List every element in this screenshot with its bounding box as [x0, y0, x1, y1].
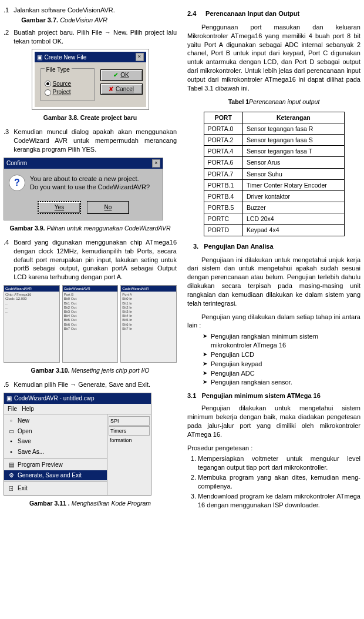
caption-3-9: Gambar 3.9. Pilihan untuk menggunakan Co… [4, 224, 177, 232]
menu-item-preview[interactable]: ▤ Program Preview [4, 460, 107, 470]
step-num: .4 [4, 238, 9, 282]
thumb-chip: CodeWizardAVR Chip: ATmega16Clock: 12.00… [4, 285, 60, 363]
table-row: PORTB.1Timer Conter Rotary Encoder [204, 179, 344, 190]
procedure-list: Mempersiapkan voltmeter untuk mengukur l… [187, 454, 360, 509]
caption-italic: Perencanaan input output [249, 98, 319, 105]
menu-item-save[interactable]: ▪ Save [4, 436, 107, 447]
triangle-icon: ➤ [203, 332, 207, 350]
button-label: No [105, 203, 112, 212]
ok-button[interactable]: ✔ OK [100, 69, 143, 81]
check-icon: ✔ [113, 71, 118, 79]
para-2-4: Penggunaan port masukan dan keluaran Mik… [187, 23, 360, 93]
menu-item-save-as[interactable]: ▪ Save As... [4, 447, 107, 457]
step-2: .2 Buatlah project baru. Pilih File → Ne… [4, 28, 177, 46]
button-label: Yes [55, 203, 64, 212]
list-text: Pengujian LCD [211, 350, 254, 359]
caption-italic: Pilihan untuk menggunakan CodeWizardAVR [46, 225, 170, 232]
list-text: Pengujian keypad [211, 360, 262, 369]
menu-item-exit[interactable]: ⍈ Exit [4, 483, 107, 494]
caption-text: Gambar 3.8. Create project baru [43, 114, 137, 121]
table-row: PORTA.0Sensor tegangan fasa R [204, 123, 344, 134]
step-1: .1 Jalankan software CodeVisionAVR. Gamb… [4, 6, 177, 25]
table-row: PORTB.4Driver kontaktor [204, 190, 344, 202]
list-text: Pengujian rangkaian minimum sistem mikro… [211, 332, 360, 350]
table-row: PORTDKeypad 4x4 [204, 225, 344, 236]
menu-label: Program Preview [18, 461, 63, 469]
question-icon: ? [9, 175, 25, 191]
caption-3-11: Gambar 3.11 . Menghasilkan Kode Program [4, 499, 177, 507]
thumb-ports-b: CodeWizardAVR Port BBit0 OutBit1 OutBit2… [62, 285, 119, 363]
side-item: SPI [109, 416, 150, 426]
radio-source[interactable]: Source [45, 80, 90, 88]
list-item: ➤Pengujian keypad [203, 360, 360, 369]
caption-3-10: Gambar 3.10. Menseting jenis chip port I… [4, 366, 177, 374]
menu-item-open[interactable]: ▭ Open [4, 426, 107, 437]
radio-project[interactable]: Project [45, 88, 90, 96]
caption-italic: Menghasilkan Kode Program [72, 500, 151, 507]
exit-icon: ⍈ [8, 485, 15, 492]
menu-item-new[interactable]: ▫ New [4, 416, 107, 426]
step-text: Board yang digunakan menggunakan chip AT… [14, 238, 177, 282]
triangle-icon: ➤ [203, 378, 207, 387]
step-num: .5 [4, 380, 9, 389]
step-text: Kemudian muncul dialog apakah akan mengg… [14, 128, 177, 154]
side-item: Timers [109, 426, 150, 436]
caption-bold: Gambar 3.7. [21, 16, 58, 24]
button-label: Cancel [116, 85, 134, 93]
heading-2-4: 2.4 Perencanaan Input dan Output [187, 9, 360, 18]
heading-3-1: 3.1 Pengujian minimum sistem ATMega 16 [187, 392, 360, 400]
heading-num: 3.1 [187, 392, 196, 399]
menu-file[interactable]: File [8, 405, 17, 413]
step-3: .3 Kemudian muncul dialog apakah akan me… [4, 128, 177, 154]
table-cell: LCD 20x4 [243, 213, 344, 225]
table-cell: Sensor tegangan fasa S [243, 135, 344, 146]
gear-icon: ⚙ [8, 471, 15, 479]
table-cell: Driver kontaktor [243, 190, 344, 202]
cross-icon: ✘ [109, 85, 113, 93]
yes-button[interactable]: Yes [38, 201, 81, 214]
cancel-button[interactable]: ✘ Cancel [100, 83, 143, 95]
close-icon[interactable]: × [152, 159, 160, 168]
caption-italic: CodeVision AVR [60, 16, 107, 24]
dialog-confirm: Confirm × ? You are about to create a ne… [4, 158, 163, 220]
window-title: CodeWizardAVR - untitled.cwp [14, 394, 95, 403]
step-num: .3 [4, 128, 9, 154]
table-cell: PORTA.0 [204, 123, 243, 134]
triangle-icon: ➤ [203, 369, 207, 378]
close-icon[interactable]: × [136, 53, 144, 61]
table-cell: PORTD [204, 225, 243, 236]
figure-3-10: CodeWizardAVR Chip: ATmega16Clock: 12.00… [4, 285, 177, 363]
window-icon: ▣ [37, 53, 42, 62]
radio-label: Source [53, 80, 72, 88]
table-cell: Timer Conter Rotary Encoder [243, 179, 344, 190]
menu-help[interactable]: Help [22, 405, 34, 413]
table-cell: PORTB.4 [204, 190, 243, 202]
menu-item-generate[interactable]: ⚙ Generate, Save and Exit [4, 470, 107, 481]
no-button[interactable]: No [87, 201, 129, 214]
list-text: Pengujian ADC [211, 369, 255, 378]
caption-italic: Menseting jenis chip port I/O [71, 367, 149, 374]
table-row: PORTB.5Buzzer [204, 202, 344, 213]
heading-title: Perencanaan Input dan Output [205, 10, 299, 17]
list-text: Pengujian rangkaian sensor. [211, 378, 292, 387]
titlebar: ▣ Create New File × [35, 52, 146, 62]
radio-label: Project [53, 88, 71, 96]
list-item: ➤Pengujian LCD [203, 350, 360, 359]
app-icon: ▣ [6, 394, 12, 403]
table-cell: Sensor Suhu [243, 168, 344, 179]
bullet-list: ➤Pengujian rangkaian minimum sistem mikr… [187, 332, 360, 387]
table-cell: PORTA.7 [204, 168, 243, 179]
table-cell: PORTA.6 [204, 157, 243, 168]
table-cell: Keypad 4x4 [243, 225, 344, 236]
window-title: Confirm [6, 159, 27, 168]
menu-label: New [18, 417, 29, 425]
para-3-1: Pengujian dilakukan untuk mengetahui sis… [187, 404, 360, 439]
table-port-keterangan: PORT Keterangan PORTA.0Sensor tegangan f… [204, 112, 345, 236]
table-cell: PORTC [204, 213, 243, 225]
table-cell: Sensor tegangan fasa R [243, 123, 344, 134]
thumb-ports-a: CodeWizardAVR Port ABit0 InBit1 InBit2 I… [120, 285, 177, 363]
side-item: formation [109, 436, 150, 444]
table-row: PORTA.2Sensor tegangan fasa S [204, 135, 344, 146]
caption-3-8: Gambar 3.8. Create project baru [4, 113, 177, 122]
confirm-line1: You are about to create a new project. [30, 175, 150, 183]
